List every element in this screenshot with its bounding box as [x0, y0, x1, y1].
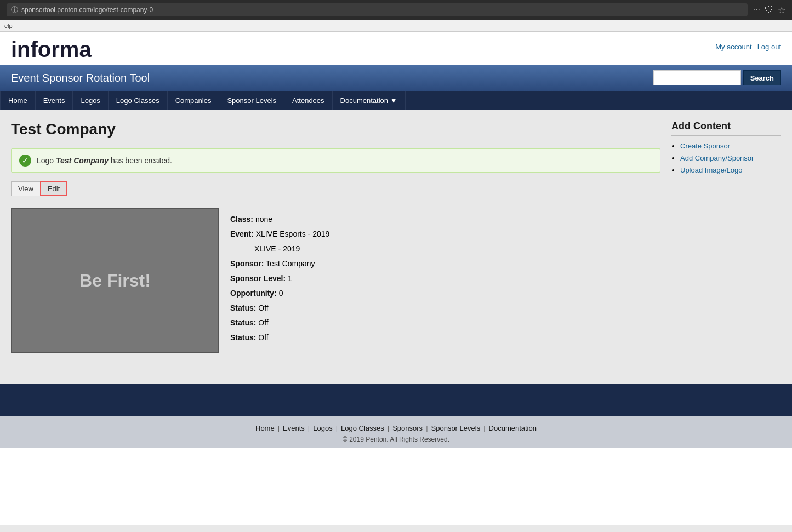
- footer-logo-classes-link[interactable]: Logo Classes: [341, 424, 384, 432]
- status2-label: Status:: [230, 318, 256, 327]
- footer-sep4: |: [388, 424, 389, 432]
- search-button[interactable]: Search: [743, 70, 781, 85]
- header-links: My account Log out: [715, 43, 781, 51]
- footer-sponsor-levels-link[interactable]: Sponsor Levels: [431, 424, 481, 432]
- list-item: Upload Image/Logo: [680, 165, 781, 174]
- class-label: Class:: [230, 215, 253, 224]
- nav-logo-classes[interactable]: Logo Classes: [109, 91, 168, 110]
- help-text: elp: [4, 22, 13, 29]
- footer-sep2: |: [308, 424, 310, 432]
- success-text: Logo Test Company has been created.: [37, 156, 172, 165]
- logo-placeholder-text: Be First!: [79, 271, 151, 291]
- nav-events[interactable]: Events: [36, 91, 73, 110]
- nav-bar: Home Events Logos Logo Classes Companies…: [0, 91, 792, 110]
- success-company-name: Test Company: [56, 156, 109, 165]
- browser-chrome: ⓘ sponsortool.penton.com/logo/test-compa…: [0, 0, 792, 20]
- footer-sponsors-link[interactable]: Sponsors: [392, 424, 423, 432]
- footer-sep6: |: [483, 424, 485, 432]
- footer-light: Home | Events | Logos | Logo Classes | S…: [0, 416, 792, 448]
- sponsor-label: Sponsor:: [230, 259, 264, 268]
- footer-documentation-link[interactable]: Documentation: [489, 424, 537, 432]
- success-message: ✓ Logo Test Company has been created.: [11, 148, 660, 173]
- opportunity-label: Opportunity:: [230, 289, 277, 298]
- sponsor-row: Sponsor: Test Company: [230, 258, 329, 270]
- status1-label: Status:: [230, 304, 256, 312]
- main-content: Test Company ✓ Logo Test Company has bee…: [0, 110, 792, 384]
- success-icon: ✓: [19, 155, 31, 167]
- list-item: Create Sponsor: [680, 141, 781, 150]
- footer-sep3: |: [336, 424, 338, 432]
- class-value: none: [255, 215, 272, 224]
- url-bar[interactable]: ⓘ sponsortool.penton.com/logo/test-compa…: [7, 3, 748, 16]
- list-item: Add Company/Sponsor: [680, 153, 781, 162]
- sponsor-level-row: Sponsor Level: 1: [230, 273, 329, 284]
- opportunity-value: 0: [279, 289, 283, 298]
- nav-sponsor-levels[interactable]: Sponsor Levels: [219, 91, 284, 110]
- content-left: Test Company ✓ Logo Test Company has bee…: [11, 121, 660, 373]
- event-row2: XLIVE - 2019: [230, 243, 329, 255]
- banner-title: Event Sponsor Rotation Tool: [11, 72, 150, 84]
- footer-logos-link[interactable]: Logos: [313, 424, 332, 432]
- help-bar: elp: [0, 20, 792, 32]
- footer-nav: Home | Events | Logos | Logo Classes | S…: [11, 424, 781, 432]
- footer-sep1: |: [278, 424, 280, 432]
- page-wrapper: informa My account Log out Event Sponsor…: [0, 32, 792, 525]
- shield-icon: 🛡: [765, 5, 773, 15]
- status3-label: Status:: [230, 333, 256, 342]
- status1-row: Status: Off: [230, 302, 329, 314]
- nav-attendees[interactable]: Attendees: [284, 91, 333, 110]
- add-content-title: Add Content: [671, 121, 781, 136]
- logo-image-box: Be First!: [11, 208, 219, 353]
- add-company-sponsor-link[interactable]: Add Company/Sponsor: [680, 154, 754, 162]
- event-value2: XLIVE - 2019: [254, 244, 300, 253]
- event-row: Event: XLIVE Esports - 2019: [230, 228, 329, 240]
- event-value1: XLIVE Esports - 2019: [256, 230, 330, 238]
- header-top: informa My account Log out: [0, 32, 792, 65]
- more-icon[interactable]: ···: [753, 5, 760, 15]
- create-sponsor-link[interactable]: Create Sponsor: [680, 142, 730, 150]
- status3-value: Off: [258, 333, 268, 342]
- browser-icons: ··· 🛡 ☆: [753, 5, 785, 15]
- my-account-link[interactable]: My account: [715, 43, 751, 51]
- sponsor-value: Test Company: [266, 259, 315, 268]
- upload-image-logo-link[interactable]: Upload Image/Logo: [680, 166, 742, 174]
- star-icon[interactable]: ☆: [778, 5, 785, 15]
- footer-dark-bar: [0, 384, 792, 416]
- page-title: Test Company: [11, 121, 660, 144]
- footer-home-link[interactable]: Home: [255, 424, 275, 432]
- site-logo: informa: [11, 37, 92, 62]
- sidebar: Add Content Create Sponsor Add Company/S…: [671, 121, 781, 373]
- event-label: Event:: [230, 230, 254, 238]
- edit-tab[interactable]: Edit: [40, 181, 67, 196]
- nav-home[interactable]: Home: [0, 91, 36, 110]
- status2-row: Status: Off: [230, 317, 329, 329]
- nav-documentation[interactable]: Documentation ▼: [333, 91, 406, 110]
- search-input[interactable]: [653, 70, 741, 85]
- nav-logos[interactable]: Logos: [73, 91, 108, 110]
- log-out-link[interactable]: Log out: [757, 43, 781, 51]
- logo-info: Class: none Event: XLIVE Esports - 2019 …: [230, 208, 329, 353]
- footer-sep5: |: [426, 424, 428, 432]
- sponsor-level-value: 1: [288, 274, 292, 283]
- search-area: Search: [653, 70, 781, 85]
- footer-copyright: © 2019 Penton. All Rights Reserved.: [11, 436, 781, 443]
- banner: Event Sponsor Rotation Tool Search: [0, 65, 792, 91]
- tab-buttons: View Edit: [11, 181, 660, 196]
- footer-events-link[interactable]: Events: [283, 424, 305, 432]
- opportunity-row: Opportunity: 0: [230, 288, 329, 299]
- class-row: Class: none: [230, 214, 329, 225]
- nav-companies[interactable]: Companies: [168, 91, 220, 110]
- status3-row: Status: Off: [230, 332, 329, 344]
- add-content-links: Create Sponsor Add Company/Sponsor Uploa…: [671, 141, 781, 174]
- status1-value: Off: [258, 304, 268, 312]
- status2-value: Off: [258, 318, 268, 327]
- url-text: sponsortool.penton.com/logo/test-company…: [21, 6, 153, 14]
- sponsor-level-label: Sponsor Level:: [230, 274, 286, 283]
- view-tab[interactable]: View: [11, 181, 40, 196]
- logo-detail: Be First! Class: none Event: XLIVE Espor…: [11, 203, 660, 359]
